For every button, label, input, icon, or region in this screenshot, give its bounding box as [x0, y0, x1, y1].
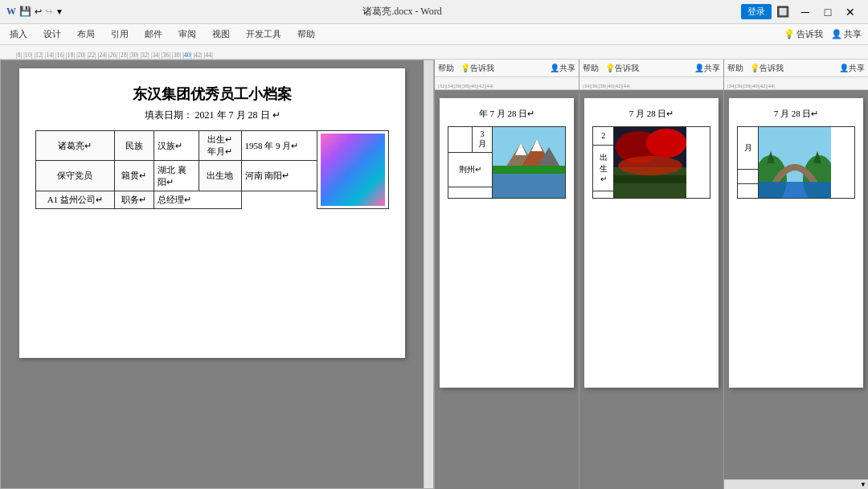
title-bar-icons: W 💾 ↩ ↪ ▼	[6, 6, 63, 18]
ethnicity-label: 民族	[114, 131, 154, 161]
landscape-photo-2	[614, 127, 710, 199]
tab-review[interactable]: 审阅	[175, 27, 199, 42]
sec-help-2[interactable]: 帮助	[583, 63, 599, 74]
sec-lightbulb-2[interactable]: 💡告诉我	[605, 63, 639, 74]
birth-value: 1958 年 9 月↵	[241, 131, 317, 161]
birthplace-label: 出生地	[199, 161, 241, 191]
position-value: 总经理↵	[154, 191, 241, 208]
origin-label: 籍贯↵	[114, 161, 154, 191]
svg-rect-17	[759, 182, 831, 198]
ruler: |8| |10| |12| |14| |16| |18| |20| |22| |…	[0, 45, 868, 60]
main-area: 东汉集团优秀员工小档案 填表日期： 2021 年 7 月 28 日 ↵ 诸葛亮↵…	[0, 60, 868, 489]
sec-date-3: 7 月 28 日↵	[737, 108, 855, 120]
undo-icon[interactable]: ↩	[35, 6, 42, 17]
sec-ruler-2: |34||36||38||40||42||44|	[579, 77, 723, 90]
tab-references[interactable]: 引用	[108, 27, 132, 42]
document-page: 东汉集团优秀员工小档案 填表日期： 2021 年 7 月 28 日 ↵ 诸葛亮↵…	[19, 68, 405, 358]
sec-date-2: 7 月 28 日↵	[592, 108, 710, 120]
secondary-windows: 帮助 💡告诉我 👤共享 |32||34||36||38||40||42||44|…	[434, 60, 868, 489]
sec-help-3[interactable]: 帮助	[727, 63, 743, 74]
name-cell: 诸葛亮↵	[36, 131, 115, 161]
table-row: 月	[738, 127, 855, 170]
sec-page-1: 年 7 月 28 日↵ 3 月	[440, 98, 574, 388]
share-button[interactable]: 👤 共享	[831, 28, 862, 40]
minimize-button[interactable]: ─	[794, 1, 817, 23]
sec-share-1[interactable]: 👤共享	[550, 63, 575, 74]
birth-label: 出生↵ 年月↵	[199, 131, 241, 161]
svg-rect-4	[493, 171, 565, 198]
svg-rect-5	[493, 166, 565, 174]
sec-share-2[interactable]: 👤共享	[694, 63, 720, 74]
secondary-window-2: 帮助 💡告诉我 👤共享 |34||36||38||40||42||44| 7 月…	[579, 60, 723, 489]
origin-value: 湖北 襄 阳↵	[154, 161, 199, 191]
lightbulb-icon[interactable]: 💡 告诉我	[784, 28, 823, 40]
tab-design[interactable]: 设计	[40, 27, 64, 42]
sec-ribbon-1: 帮助 💡告诉我 👤共享	[435, 60, 579, 77]
sec-page-3: 7 月 28 日↵ 月	[729, 98, 863, 388]
party-cell: 保守党员	[36, 161, 115, 191]
photo-cell	[317, 131, 389, 209]
ribbon-right-actions: 💡 告诉我 👤 共享	[784, 28, 862, 40]
restore-button[interactable]: □	[817, 1, 839, 23]
word-icon: W	[6, 6, 16, 18]
save-icon[interactable]: 💾	[19, 6, 31, 18]
close-button[interactable]: ✕	[839, 1, 862, 23]
company-cell: A1 益州公司↵	[36, 191, 115, 208]
sec-doc-content-3: 7 月 28 日↵ 月	[724, 90, 868, 479]
tab-developer[interactable]: 开发工具	[243, 27, 285, 42]
sec-ribbon-2: 帮助 💡告诉我 👤共享	[579, 60, 723, 77]
tab-view[interactable]: 视图	[209, 27, 233, 42]
help-icon-title[interactable]: 🔲	[776, 6, 789, 18]
position-label: 职务↵	[114, 191, 154, 208]
svg-point-10	[646, 129, 686, 158]
table-row: 诸葛亮↵ 民族 汉族↵ 出生↵ 年月↵ 1958 年 9 月↵	[36, 131, 389, 161]
secondary-window-3: 帮助 💡告诉我 👤共享 |34||36||38||40||42||44| 7 月…	[723, 60, 868, 489]
employee-table: 诸葛亮↵ 民族 汉族↵ 出生↵ 年月↵ 1958 年 9 月↵ 保守党员 籍贯↵	[35, 130, 389, 209]
customize-icon[interactable]: ▼	[55, 7, 63, 16]
svg-rect-13	[614, 175, 686, 183]
sec-help-1[interactable]: 帮助	[438, 63, 454, 74]
ethnicity-value: 汉族↵	[154, 131, 199, 161]
sec-lightbulb-1[interactable]: 💡告诉我	[461, 63, 494, 74]
photo-image	[321, 134, 385, 206]
sec-date-1: 年 7 月 28 日↵	[448, 108, 566, 120]
sec-page-2: 7 月 28 日↵ 2	[584, 98, 719, 388]
doc-title: 东汉集团优秀员工小档案	[35, 84, 389, 104]
sec-share-3[interactable]: 👤共享	[839, 63, 865, 74]
landscape-photo-1	[493, 127, 566, 199]
sec-ribbon-3: 帮助 💡告诉我 👤共享	[724, 60, 868, 77]
horizontal-scrollbar[interactable]: ▼	[724, 479, 868, 489]
table-row: 2	[593, 127, 710, 146]
tab-insert[interactable]: 插入	[6, 27, 31, 42]
sec-doc-content-2: 7 月 28 日↵ 2	[579, 90, 723, 489]
svg-point-12	[618, 156, 682, 175]
sec-lightbulb-3[interactable]: 💡告诉我	[750, 63, 784, 74]
secondary-window-1: 帮助 💡告诉我 👤共享 |32||34||36||38||40||42||44|…	[434, 60, 579, 489]
window-title: 诸葛亮.docx - Word	[68, 5, 736, 18]
window-controls: ─ □ ✕	[794, 1, 862, 23]
sec-ruler-1: |32||34||36||38||40||42||44|	[435, 77, 579, 90]
tab-mailings[interactable]: 邮件	[141, 27, 166, 42]
doc-date: 填表日期： 2021 年 7 月 28 日 ↵	[35, 109, 389, 122]
birthplace-value: 河南 南阳↵	[241, 161, 317, 191]
tab-layout[interactable]: 布局	[74, 27, 98, 42]
login-button[interactable]: 登录	[741, 4, 772, 19]
landscape-photo-3	[759, 127, 855, 199]
primary-doc-content: 东汉集团优秀员工小档案 填表日期： 2021 年 7 月 28 日 ↵ 诸葛亮↵…	[1, 60, 424, 488]
title-bar: W 💾 ↩ ↪ ▼ 诸葛亮.docx - Word 登录 🔲 ─ □ ✕	[0, 0, 868, 24]
tab-help[interactable]: 帮助	[294, 27, 318, 42]
sec-ruler-3: |34||36||38||40||42||44|	[724, 77, 868, 90]
primary-doc-window: 东汉集团优秀员工小档案 填表日期： 2021 年 7 月 28 日 ↵ 诸葛亮↵…	[0, 60, 434, 489]
redo-icon[interactable]: ↪	[45, 6, 52, 17]
primary-scrollbar[interactable]	[424, 60, 433, 488]
sec-doc-content-1: 年 7 月 28 日↵ 3 月	[435, 90, 579, 489]
ribbon-bar: 插入 设计 布局 引用 邮件 审阅 视图 开发工具 帮助 💡 告诉我 👤 共享	[0, 24, 868, 45]
table-row: 3 月	[448, 127, 566, 153]
